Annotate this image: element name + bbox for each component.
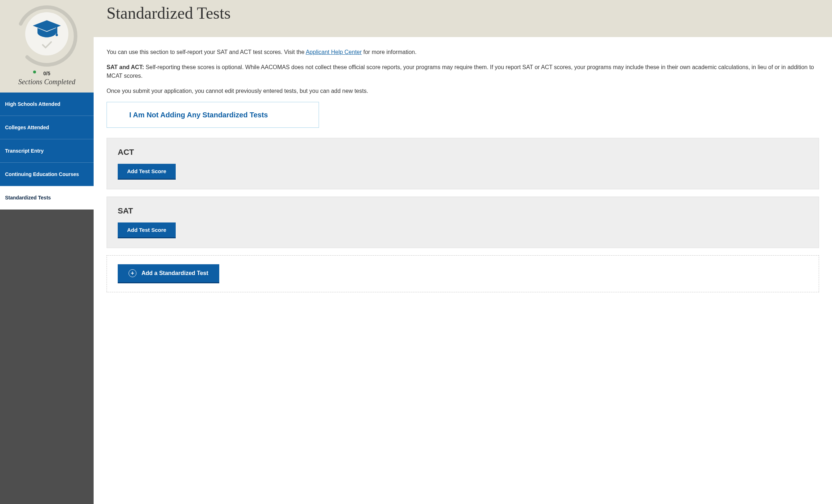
nav-colleges-attended[interactable]: Colleges Attended xyxy=(0,116,94,139)
check-icon xyxy=(42,41,52,49)
intro-p1-post: for more information. xyxy=(362,49,417,55)
nav-transcript-entry[interactable]: Transcript Entry xyxy=(0,139,94,163)
opt-out-box[interactable]: I Am Not Adding Any Standardized Tests xyxy=(107,102,319,128)
progress-widget: 0/5 Sections Completed xyxy=(0,0,94,93)
add-test-score-sat-button[interactable]: Add Test Score xyxy=(118,222,176,238)
nav-continuing-education-courses[interactable]: Continuing Education Courses xyxy=(0,163,94,186)
progress-ring xyxy=(14,4,79,68)
sat-act-label: SAT and ACT: xyxy=(107,64,144,70)
opt-out-label: I Am Not Adding Any Standardized Tests xyxy=(129,111,268,119)
test-section-sat: SAT Add Test Score xyxy=(107,197,819,248)
help-center-link[interactable]: Applicant Help Center xyxy=(306,49,362,55)
graduation-cap-icon xyxy=(32,19,62,39)
progress-count: 0/5 xyxy=(4,71,90,76)
page: 0/5 Sections Completed High Schools Atte… xyxy=(0,0,832,504)
sidebar-nav: High Schools Attended Colleges Attended … xyxy=(0,93,94,504)
progress-marker-dot xyxy=(33,71,36,73)
page-title: Standardized Tests xyxy=(107,4,819,23)
sat-act-body: Self-reporting these scores is optional.… xyxy=(107,64,814,79)
add-standardized-test-label: Add a Standardized Test xyxy=(141,270,208,276)
progress-inner-circle xyxy=(25,12,68,55)
content: You can use this section to self-report … xyxy=(94,37,832,504)
svg-point-1 xyxy=(55,33,58,36)
intro-paragraph-1: You can use this section to self-report … xyxy=(107,48,819,57)
test-section-act: ACT Add Test Score xyxy=(107,138,819,189)
nav-standardized-tests[interactable]: Standardized Tests xyxy=(0,186,94,210)
sidebar: 0/5 Sections Completed High Schools Atte… xyxy=(0,0,94,504)
intro-paragraph-3: Once you submit your application, you ca… xyxy=(107,87,819,95)
plus-icon: + xyxy=(129,269,136,277)
sidebar-filler xyxy=(0,210,94,504)
intro-paragraph-2: SAT and ACT: Self-reporting these scores… xyxy=(107,63,819,80)
intro-p1-pre: You can use this section to self-report … xyxy=(107,49,306,55)
add-standardized-test-wrap: + Add a Standardized Test xyxy=(107,255,819,292)
svg-rect-0 xyxy=(56,26,57,34)
add-test-score-act-button[interactable]: Add Test Score xyxy=(118,164,176,180)
add-standardized-test-button[interactable]: + Add a Standardized Test xyxy=(118,264,219,283)
nav-high-schools-attended[interactable]: High Schools Attended xyxy=(0,93,94,116)
test-title-sat: SAT xyxy=(118,205,808,217)
page-header: Standardized Tests xyxy=(94,0,832,37)
main: Standardized Tests You can use this sect… xyxy=(94,0,832,504)
test-title-act: ACT xyxy=(118,146,808,158)
progress-label: Sections Completed xyxy=(4,78,90,86)
